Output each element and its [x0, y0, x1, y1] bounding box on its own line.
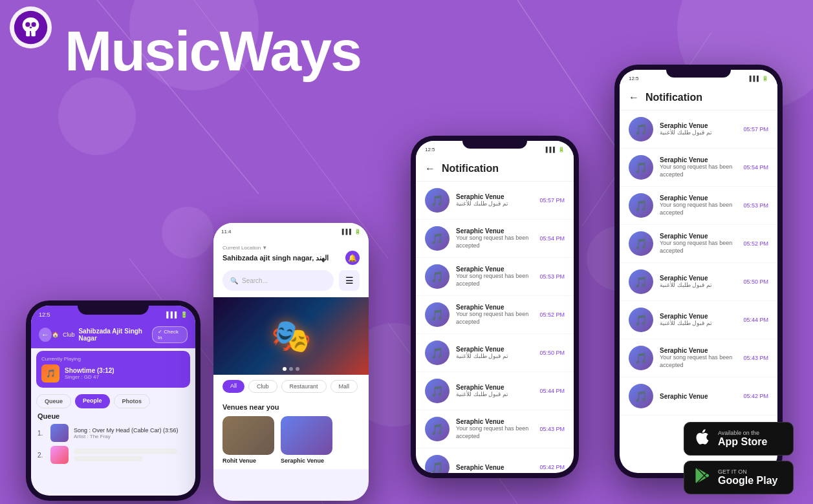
- notif-item: 🎵 Seraphic Venue Your song request has b…: [620, 149, 777, 187]
- svg-rect-8: [26, 31, 30, 36]
- phone3-device: 12:5 ▌▌▌ 🔋 ← Notification 🎵 Seraphic Ven…: [411, 136, 579, 478]
- notif-avatar: 🎵: [425, 455, 450, 473]
- queue-track-thumb-2: [50, 446, 69, 464]
- appstore-badge[interactable]: Available on the App Store: [684, 422, 794, 456]
- checkin-button[interactable]: ✓ Check In: [152, 326, 188, 343]
- google-play-icon: [693, 467, 711, 488]
- pill-club[interactable]: Club: [248, 380, 277, 393]
- pill-all[interactable]: All: [222, 380, 244, 393]
- queue-item-2: 2.: [38, 446, 189, 464]
- notif-item: 🎵 Seraphic Venue تم قبول طلبك للأغنية 05…: [620, 263, 777, 301]
- currently-playing-section: Currently Playing 🎵 Showtime (3:12) Sing…: [36, 351, 190, 388]
- svg-point-7: [23, 17, 39, 33]
- notif-item: 🎵 Seraphic Venue Your song request has b…: [620, 187, 777, 225]
- phone4-notif-header: ← Notification: [620, 87, 777, 110]
- notif-item: 🎵 Seraphic Venue Your song request has b…: [416, 220, 574, 258]
- queue-track-details: Song : Over My Head (Cable Car) (3:56) A…: [74, 427, 189, 439]
- notif-item: 🎵 Seraphic Venue 05:42 PM: [416, 448, 574, 473]
- phone3-notification-list: 🎵 Seraphic Venue تم قبول طلبك للأغنية 05…: [416, 182, 574, 473]
- phone1-venue-info: 🏠 Club Sahibzada Ajit Singh Nagar: [52, 328, 152, 342]
- phone1-device: 12:5 ▌▌▌ 🔋 ← 🏠 Club Sahibzada Ajit Singh…: [26, 300, 201, 501]
- pill-mall[interactable]: Mall: [331, 380, 358, 393]
- svg-point-11: [31, 22, 36, 26]
- notif-item: 🎵 Seraphic Venue تم قبول طلبك للأغنية 05…: [416, 182, 574, 220]
- app-store-badges: Available on the App Store GET IT ON Goo…: [684, 422, 794, 494]
- pill-restaurant[interactable]: Restaurant: [281, 380, 327, 393]
- googleplay-badge[interactable]: GET IT ON Google Play: [684, 461, 794, 494]
- notif-item: 🎵 Seraphic Venue تم قبول طلبك للأغنية 05…: [620, 110, 777, 149]
- queue-track-thumb: [50, 424, 69, 442]
- notif-avatar: 🎵: [425, 264, 450, 289]
- googleplay-badge-text: GET IT ON Google Play: [718, 468, 777, 487]
- phone4-device: 12:5 ▌▌▌ 🔋 ← Notification 🎵 Seraphic Ven…: [614, 65, 783, 478]
- phone2-statusbar: 11:4 ▌▌▌ 🔋: [213, 223, 369, 240]
- phone1-back-button[interactable]: ←: [39, 328, 52, 342]
- phone3-notif-header: ← Notification: [416, 158, 574, 182]
- notif-avatar: 🎵: [425, 379, 450, 403]
- venue-cards-list: Rohit Venue Seraphic Venue: [222, 416, 360, 464]
- notif-item: 🎵 Seraphic Venue Your song request has b…: [620, 339, 777, 377]
- notification-bell[interactable]: 🔔: [345, 251, 360, 265]
- apple-icon: [693, 428, 711, 450]
- filter-button[interactable]: ☰: [339, 270, 360, 291]
- notif-avatar: 🎵: [425, 341, 450, 365]
- svg-point-12: [30, 26, 32, 28]
- notif-item: 🎵 Seraphic Venue Your song request has b…: [416, 258, 574, 296]
- app-logo[interactable]: [10, 6, 52, 48]
- notif-item: 🎵 Seraphic Venue تم قبول طلبك للأغنية 05…: [620, 301, 777, 339]
- search-input[interactable]: 🔍 Search...: [222, 270, 334, 291]
- notif-item: 🎵 Seraphic Venue تم قبول طلبك للأغنية 05…: [416, 334, 574, 372]
- notif-avatar: 🎵: [425, 417, 450, 441]
- tab-queue[interactable]: Queue: [36, 394, 71, 408]
- category-filter: All Club Restaurant Mall: [213, 375, 369, 398]
- phone2-banner: 🎭: [213, 297, 369, 375]
- phone2-search-area: 🔍 Search... ☰: [213, 270, 369, 297]
- phone4-back-button[interactable]: ←: [629, 92, 639, 103]
- phone3-back-button[interactable]: ←: [425, 163, 435, 174]
- notif-avatar: 🎵: [425, 302, 450, 327]
- notif-item: 🎵 Seraphic Venue 05:42 PM: [620, 377, 777, 415]
- queue-item: 1. Song : Over My Head (Cable Car) (3:56…: [38, 424, 189, 442]
- queue-section: Queue 1. Song : Over My Head (Cable Car)…: [31, 412, 195, 464]
- page-title: MusicWays: [65, 23, 361, 79]
- venue-card-seraphic[interactable]: Seraphic Venue: [281, 416, 332, 464]
- phone1-header: ← 🏠 Club Sahibzada Ajit Singh Nagar ✓ Ch…: [31, 324, 195, 348]
- phone1-tabs: Queue People Photos: [31, 390, 195, 412]
- phone4-notification-list: 🎵 Seraphic Venue تم قبول طلبك للأغنية 05…: [620, 110, 777, 415]
- tab-photos[interactable]: Photos: [114, 394, 151, 408]
- track-info: Showtime (3:12) Singer : GD 47: [65, 367, 114, 380]
- phone2-device: 11:4 ▌▌▌ 🔋 Current Location ▼ Sahibzada …: [213, 223, 369, 501]
- phone2-location: Current Location ▼ Sahibzada ajit singh …: [213, 240, 369, 270]
- notif-item: 🎵 Seraphic Venue تم قبول طلبك للأغنية 05…: [416, 372, 574, 410]
- notif-item: 🎵 Seraphic Venue Your song request has b…: [416, 296, 574, 334]
- notif-item: 🎵 Seraphic Venue Your song request has b…: [416, 410, 574, 448]
- venues-section: Venues near you Rohit Venue Seraphic Ven…: [213, 398, 369, 469]
- tab-people[interactable]: People: [75, 394, 110, 408]
- svg-point-10: [25, 22, 30, 26]
- track-thumbnail: 🎵: [41, 364, 60, 383]
- banner-indicators: [283, 367, 299, 371]
- venue-card-rohit[interactable]: Rohit Venue: [222, 416, 274, 464]
- notif-avatar: 🎵: [425, 188, 450, 213]
- notif-avatar: 🎵: [425, 226, 450, 251]
- appstore-badge-text: Available on the App Store: [718, 430, 767, 448]
- notif-item: 🎵 Seraphic Venue Your song request has b…: [620, 225, 777, 263]
- svg-rect-9: [31, 31, 35, 36]
